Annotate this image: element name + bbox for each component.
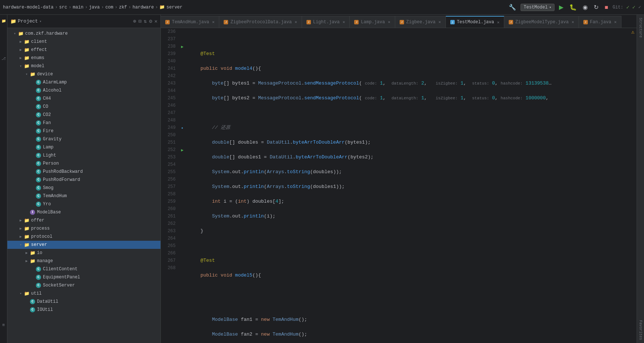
run-config-dropdown[interactable]: TestModel ▾ bbox=[521, 4, 555, 11]
gutter: ▶ ● bbox=[179, 28, 186, 343]
code-line-244: double[] doubles1 = DataUtil.byteArrToDo… bbox=[189, 154, 637, 161]
tree-label: TemAndHum bbox=[43, 193, 67, 199]
code-line-246: System.out.println(Arrays.toString(doubl… bbox=[189, 183, 637, 191]
tree-item-person[interactable]: C Person bbox=[7, 160, 160, 168]
tree-item-gravity[interactable]: C Gravity bbox=[7, 135, 160, 143]
tree-item-ioUtil[interactable]: C IOUtil bbox=[7, 306, 160, 314]
tree-item-smog[interactable]: C Smog bbox=[7, 184, 160, 192]
tree-item-model[interactable]: ▾ 📁 model bbox=[7, 62, 160, 70]
tab-testmodel[interactable]: J TestModel.java ✕ bbox=[446, 16, 504, 28]
spacer bbox=[30, 88, 35, 93]
tree-item-protocol[interactable]: ▶ 📁 protocol bbox=[7, 233, 160, 241]
tab-close-icon[interactable]: ✕ bbox=[295, 20, 297, 24]
tab-close-icon[interactable]: ✕ bbox=[388, 20, 390, 24]
tree-item-equipmentpanel[interactable]: C EquipmentPanel bbox=[7, 273, 160, 281]
tree-item-co[interactable]: C CO bbox=[7, 103, 160, 111]
tree-item-fan[interactable]: C Fan bbox=[7, 119, 160, 127]
collapse-icon[interactable]: ⊟ bbox=[138, 18, 141, 24]
project-icon[interactable]: 📁 bbox=[0, 18, 7, 24]
tree-item-yro[interactable]: C Yro bbox=[7, 200, 160, 208]
tree-item-temAndHum[interactable]: C TemAndHum bbox=[7, 192, 160, 200]
java-file-icon: J bbox=[306, 20, 311, 24]
tree-item-server[interactable]: ▾ 📁 server bbox=[7, 241, 160, 249]
tree-label: CH4 bbox=[43, 96, 51, 101]
tab-close-icon[interactable]: ✕ bbox=[212, 20, 215, 24]
tab-zigbeeModelType[interactable]: J ZigbeeModelType.java ✕ bbox=[504, 16, 579, 28]
tab-label: Fan.java bbox=[590, 20, 611, 25]
tab-close-icon[interactable]: ✕ bbox=[497, 20, 499, 25]
tab-close-icon[interactable]: ✕ bbox=[438, 20, 441, 24]
tree-item-alarmlamp[interactable]: C AlarmLamp bbox=[7, 78, 160, 86]
tree-item-client[interactable]: ▶ 📁 client bbox=[7, 38, 160, 46]
tree-item-modelbase[interactable]: I ModelBase bbox=[7, 208, 160, 216]
tab-zigbeeProtocolData[interactable]: J ZigbeeProtocolData.java ✕ bbox=[219, 16, 302, 28]
tree-item-socketserver[interactable]: C SocketServer bbox=[7, 281, 160, 289]
tree-item-light[interactable]: C Light bbox=[7, 151, 160, 160]
spacer bbox=[30, 177, 35, 183]
code-editor[interactable]: ⚠ 236 237 238 239 240 241 242 243 244 24… bbox=[161, 28, 637, 343]
sort-icon[interactable]: ⇅ bbox=[144, 18, 147, 24]
tab-close-icon[interactable]: ✕ bbox=[343, 20, 345, 24]
structure-label[interactable]: Structure bbox=[638, 15, 643, 41]
tree-item-alcohol[interactable]: C Alcohol bbox=[7, 86, 160, 95]
tree-item-util[interactable]: ▾ 📁 util bbox=[7, 289, 160, 298]
rerun-button[interactable]: ↻ bbox=[592, 3, 600, 11]
settings-tree-icon[interactable]: ⚙ bbox=[149, 18, 152, 24]
tree-item-offer[interactable]: ▶ 📁 offer bbox=[7, 216, 160, 224]
tree-label: process bbox=[31, 226, 50, 231]
tab-close-icon[interactable]: ✕ bbox=[614, 20, 617, 24]
tree-item-lamp[interactable]: C Lamp bbox=[7, 143, 160, 151]
spacer bbox=[30, 152, 35, 158]
tree-item-clientcontent[interactable]: C ClientContent bbox=[7, 265, 160, 273]
tab-zigbee[interactable]: J Zigbee.java ✕ bbox=[395, 16, 446, 28]
folder-icon: 📁 bbox=[18, 31, 24, 37]
run-button[interactable]: ▶ bbox=[557, 3, 565, 11]
favorites-label[interactable]: Favorites bbox=[638, 317, 643, 343]
side-icon-strip: 📁 ⎇ ⊞ bbox=[0, 15, 7, 343]
stop-button[interactable]: ■ bbox=[603, 3, 610, 11]
structure-side-icon[interactable]: ⊞ bbox=[0, 322, 7, 328]
chevron-icon: ▾ bbox=[40, 19, 42, 24]
tree-item-pushrodbackward[interactable]: C PushRodBackward bbox=[7, 168, 160, 176]
tree-item-com-zkf-hardware[interactable]: ▾ 📁 com.zkf.hardware bbox=[7, 30, 160, 38]
main-layout: 📁 ⎇ ⊞ 📁 Project ▾ ⊕ ⊟ ⇅ ⚙ ✕ ▾ bbox=[0, 15, 644, 343]
tree-item-process[interactable]: ▶ 📁 process bbox=[7, 224, 160, 233]
tree-item-fire[interactable]: C Fire bbox=[7, 127, 160, 135]
locate-icon[interactable]: ⊕ bbox=[133, 18, 136, 24]
code-line-242: // 还原 bbox=[189, 124, 637, 131]
commit-icon[interactable]: ⎇ bbox=[0, 55, 7, 62]
spacer bbox=[30, 274, 35, 280]
tab-bar: J TemAndHum.java ✕ J ZigbeeProtocolData.… bbox=[161, 15, 637, 28]
close-panel-icon[interactable]: ✕ bbox=[155, 18, 157, 24]
tree-label: CO2 bbox=[43, 112, 51, 117]
tree-item-enums[interactable]: ▶ 📁 enums bbox=[7, 54, 160, 62]
right-side-panel: Structure Favorites bbox=[637, 15, 644, 343]
spacer bbox=[30, 169, 35, 175]
folder-icon: 📁 bbox=[24, 47, 30, 53]
tree-item-co2[interactable]: C CO2 bbox=[7, 111, 160, 119]
line-numbers: 236 237 238 239 240 241 242 243 244 245 … bbox=[161, 28, 179, 343]
tab-fan[interactable]: J Fan.java ✕ bbox=[579, 16, 621, 28]
coverage-button[interactable]: ◉ bbox=[581, 3, 589, 11]
spacer bbox=[30, 185, 35, 191]
tree-item-datautil[interactable]: C DataUtil bbox=[7, 298, 160, 306]
settings-button[interactable]: 🔧 bbox=[507, 3, 518, 11]
debug-button[interactable]: 🐛 bbox=[568, 3, 578, 11]
spacer bbox=[24, 209, 30, 215]
tab-temAndHum[interactable]: J TemAndHum.java ✕ bbox=[161, 16, 219, 28]
tree-label: enums bbox=[31, 55, 44, 61]
run-gutter-icon[interactable]: ▶ bbox=[181, 44, 184, 49]
tab-lamp[interactable]: J Lamp.java ✕ bbox=[350, 16, 395, 28]
class-icon: C bbox=[35, 120, 41, 126]
tree-item-pushrodforward[interactable]: C PushRodForward bbox=[7, 176, 160, 184]
tree-item-device[interactable]: ▾ 📁 device bbox=[7, 70, 160, 78]
tree-item-io[interactable]: ▶ 📁 io bbox=[7, 249, 160, 257]
run-gutter-icon[interactable]: ▶ bbox=[181, 148, 184, 152]
tree-item-effect[interactable]: ▶ 📁 effect bbox=[7, 46, 160, 54]
tree-item-ch4[interactable]: C CH4 bbox=[7, 95, 160, 103]
tree-item-manage[interactable]: ▶ 📁 manage bbox=[7, 257, 160, 265]
expand-arrow-icon: ▾ bbox=[24, 71, 30, 77]
spacer bbox=[30, 104, 35, 110]
tab-close-icon[interactable]: ✕ bbox=[572, 20, 574, 24]
tab-light[interactable]: J Light.java ✕ bbox=[302, 16, 350, 28]
